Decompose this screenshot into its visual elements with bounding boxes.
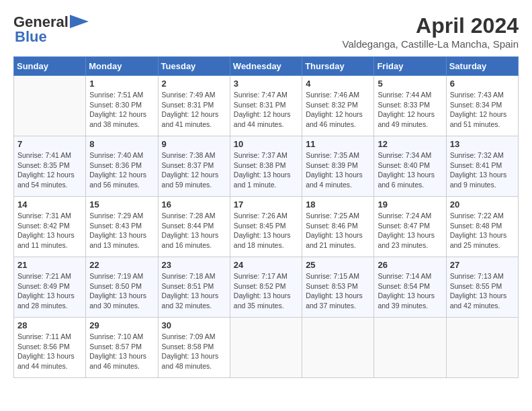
- day-info: Sunrise: 7:21 AMSunset: 8:49 PMDaylight:…: [17, 271, 82, 311]
- day-number: 18: [306, 199, 370, 210]
- calendar-table: SundayMondayTuesdayWednesdayThursdayFrid…: [13, 56, 519, 378]
- calendar-cell: 14Sunrise: 7:31 AMSunset: 8:42 PMDayligh…: [14, 197, 86, 257]
- day-number: 13: [450, 139, 515, 149]
- day-number: 26: [378, 260, 442, 270]
- day-number: 30: [162, 320, 226, 330]
- header-wednesday: Wednesday: [230, 57, 302, 76]
- day-info: Sunrise: 7:29 AMSunset: 8:43 PMDaylight:…: [89, 211, 154, 250]
- logo: General Blue: [13, 13, 89, 46]
- day-info: Sunrise: 7:18 AMSunset: 8:51 PMDaylight:…: [162, 271, 226, 311]
- calendar-cell: 16Sunrise: 7:28 AMSunset: 8:44 PMDayligh…: [158, 197, 230, 257]
- calendar-cell: 18Sunrise: 7:25 AMSunset: 8:46 PMDayligh…: [302, 197, 374, 257]
- header-thursday: Thursday: [302, 57, 374, 76]
- calendar-cell: 7Sunrise: 7:41 AMSunset: 8:35 PMDaylight…: [14, 136, 86, 197]
- calendar-cell: 3Sunrise: 7:47 AMSunset: 8:31 PMDaylight…: [230, 76, 302, 136]
- day-info: Sunrise: 7:44 AMSunset: 8:33 PMDaylight:…: [378, 90, 442, 130]
- day-number: 12: [378, 139, 442, 149]
- header-friday: Friday: [374, 57, 446, 76]
- day-number: 20: [450, 199, 515, 210]
- day-info: Sunrise: 7:10 AMSunset: 8:57 PMDaylight:…: [89, 332, 154, 371]
- day-number: 2: [162, 79, 226, 89]
- calendar-cell: 8Sunrise: 7:40 AMSunset: 8:36 PMDaylight…: [86, 136, 158, 197]
- day-number: 9: [162, 139, 226, 149]
- day-number: 22: [89, 260, 154, 270]
- day-number: 17: [234, 199, 298, 210]
- calendar-cell: 20Sunrise: 7:22 AMSunset: 8:48 PMDayligh…: [446, 197, 518, 257]
- calendar-cell: 28Sunrise: 7:11 AMSunset: 8:56 PMDayligh…: [14, 318, 86, 378]
- day-info: Sunrise: 7:11 AMSunset: 8:56 PMDaylight:…: [17, 332, 82, 371]
- day-number: 24: [234, 260, 298, 270]
- day-info: Sunrise: 7:51 AMSunset: 8:30 PMDaylight:…: [89, 90, 154, 130]
- logo-arrow-icon: [70, 15, 89, 28]
- day-number: 16: [162, 199, 226, 210]
- logo-blue: Blue: [15, 28, 47, 46]
- day-number: 11: [306, 139, 370, 149]
- day-info: Sunrise: 7:37 AMSunset: 8:38 PMDaylight:…: [234, 150, 298, 190]
- day-info: Sunrise: 7:15 AMSunset: 8:53 PMDaylight:…: [306, 271, 370, 311]
- header-sunday: Sunday: [14, 57, 86, 76]
- calendar-cell: 27Sunrise: 7:13 AMSunset: 8:55 PMDayligh…: [446, 257, 518, 318]
- day-number: 1: [89, 79, 154, 89]
- svg-marker-0: [70, 15, 89, 28]
- day-info: Sunrise: 7:47 AMSunset: 8:31 PMDaylight:…: [234, 90, 298, 130]
- day-info: Sunrise: 7:13 AMSunset: 8:55 PMDaylight:…: [450, 271, 515, 311]
- day-info: Sunrise: 7:25 AMSunset: 8:46 PMDaylight:…: [306, 211, 370, 250]
- calendar-cell: 25Sunrise: 7:15 AMSunset: 8:53 PMDayligh…: [302, 257, 374, 318]
- calendar-cell: 13Sunrise: 7:32 AMSunset: 8:41 PMDayligh…: [446, 136, 518, 197]
- day-info: Sunrise: 7:19 AMSunset: 8:50 PMDaylight:…: [89, 271, 154, 311]
- calendar-cell: 26Sunrise: 7:14 AMSunset: 8:54 PMDayligh…: [374, 257, 446, 318]
- calendar-cell: 9Sunrise: 7:38 AMSunset: 8:37 PMDaylight…: [158, 136, 230, 197]
- day-info: Sunrise: 7:31 AMSunset: 8:42 PMDaylight:…: [17, 211, 82, 250]
- day-number: 28: [17, 320, 82, 330]
- calendar-cell: 6Sunrise: 7:43 AMSunset: 8:34 PMDaylight…: [446, 76, 518, 136]
- day-info: Sunrise: 7:28 AMSunset: 8:44 PMDaylight:…: [162, 211, 226, 250]
- calendar-cell: 5Sunrise: 7:44 AMSunset: 8:33 PMDaylight…: [374, 76, 446, 136]
- day-number: 14: [17, 199, 82, 210]
- day-info: Sunrise: 7:09 AMSunset: 8:58 PMDaylight:…: [162, 332, 226, 371]
- calendar-cell: 15Sunrise: 7:29 AMSunset: 8:43 PMDayligh…: [86, 197, 158, 257]
- calendar-cell: 1Sunrise: 7:51 AMSunset: 8:30 PMDaylight…: [86, 76, 158, 136]
- calendar-cell: [230, 318, 302, 378]
- day-info: Sunrise: 7:40 AMSunset: 8:36 PMDaylight:…: [89, 150, 154, 190]
- day-number: 23: [162, 260, 226, 270]
- day-info: Sunrise: 7:24 AMSunset: 8:47 PMDaylight:…: [378, 211, 442, 250]
- calendar-cell: [302, 318, 374, 378]
- day-info: Sunrise: 7:49 AMSunset: 8:31 PMDaylight:…: [162, 90, 226, 130]
- calendar-cell: 2Sunrise: 7:49 AMSunset: 8:31 PMDaylight…: [158, 76, 230, 136]
- day-number: 27: [450, 260, 515, 270]
- day-info: Sunrise: 7:22 AMSunset: 8:48 PMDaylight:…: [450, 211, 515, 250]
- calendar-cell: 22Sunrise: 7:19 AMSunset: 8:50 PMDayligh…: [86, 257, 158, 318]
- calendar-cell: 30Sunrise: 7:09 AMSunset: 8:58 PMDayligh…: [158, 318, 230, 378]
- day-info: Sunrise: 7:35 AMSunset: 8:39 PMDaylight:…: [306, 150, 370, 190]
- day-info: Sunrise: 7:14 AMSunset: 8:54 PMDaylight:…: [378, 271, 442, 311]
- day-number: 19: [378, 199, 442, 210]
- calendar-cell: 11Sunrise: 7:35 AMSunset: 8:39 PMDayligh…: [302, 136, 374, 197]
- calendar-cell: 21Sunrise: 7:21 AMSunset: 8:49 PMDayligh…: [14, 257, 86, 318]
- day-info: Sunrise: 7:46 AMSunset: 8:32 PMDaylight:…: [306, 90, 370, 130]
- calendar-cell: [14, 76, 86, 136]
- calendar-cell: 19Sunrise: 7:24 AMSunset: 8:47 PMDayligh…: [374, 197, 446, 257]
- header-tuesday: Tuesday: [158, 57, 230, 76]
- day-number: 7: [17, 139, 82, 149]
- day-info: Sunrise: 7:34 AMSunset: 8:40 PMDaylight:…: [378, 150, 442, 190]
- day-number: 3: [234, 79, 298, 89]
- calendar-cell: 24Sunrise: 7:17 AMSunset: 8:52 PMDayligh…: [230, 257, 302, 318]
- day-info: Sunrise: 7:26 AMSunset: 8:45 PMDaylight:…: [234, 211, 298, 250]
- calendar-cell: [446, 318, 518, 378]
- day-info: Sunrise: 7:38 AMSunset: 8:37 PMDaylight:…: [162, 150, 226, 190]
- header-monday: Monday: [86, 57, 158, 76]
- day-info: Sunrise: 7:43 AMSunset: 8:34 PMDaylight:…: [450, 90, 515, 130]
- calendar-cell: [374, 318, 446, 378]
- calendar-cell: 23Sunrise: 7:18 AMSunset: 8:51 PMDayligh…: [158, 257, 230, 318]
- calendar-cell: 17Sunrise: 7:26 AMSunset: 8:45 PMDayligh…: [230, 197, 302, 257]
- day-number: 4: [306, 79, 370, 89]
- day-number: 15: [89, 199, 154, 210]
- calendar-cell: 10Sunrise: 7:37 AMSunset: 8:38 PMDayligh…: [230, 136, 302, 197]
- day-number: 10: [234, 139, 298, 149]
- calendar-cell: 4Sunrise: 7:46 AMSunset: 8:32 PMDaylight…: [302, 76, 374, 136]
- page-header: General Blue April 2024 Valdeganga, Cast…: [13, 13, 519, 50]
- day-info: Sunrise: 7:41 AMSunset: 8:35 PMDaylight:…: [17, 150, 82, 190]
- page-title: April 2024: [343, 13, 519, 38]
- page-subtitle: Valdeganga, Castille-La Mancha, Spain: [343, 38, 519, 50]
- title-block: April 2024 Valdeganga, Castille-La Manch…: [343, 13, 519, 50]
